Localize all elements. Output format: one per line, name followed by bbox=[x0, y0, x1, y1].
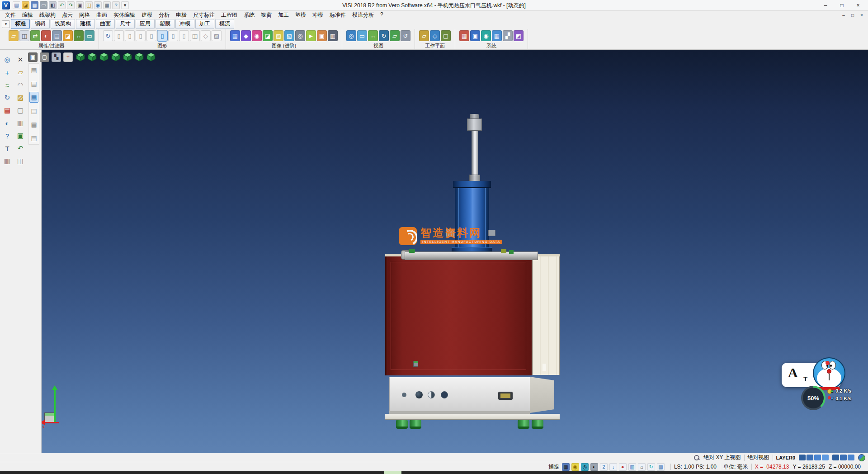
layer-color-chip[interactable] bbox=[807, 455, 813, 460]
menu-item[interactable]: 模流分析 bbox=[349, 11, 377, 19]
print-icon[interactable]: ▭ bbox=[40, 1, 47, 9]
text-icon[interactable]: T bbox=[1, 143, 13, 154]
layer-color-chip[interactable] bbox=[848, 455, 854, 460]
copy-sheet-icon[interactable]: ◫ bbox=[14, 156, 26, 166]
system-grid-icon[interactable]: ▦ bbox=[492, 30, 502, 41]
tab-mould[interactable]: 塑膜 bbox=[156, 19, 175, 29]
3d-viewport[interactable]: 智造资料网 INTELLIGENT MANUFACTURING DATA x A… bbox=[42, 50, 868, 453]
undo-icon[interactable]: ↶ bbox=[58, 1, 66, 9]
ghost-icon[interactable]: ▯ bbox=[179, 30, 189, 41]
rotate-icon[interactable]: ↻ bbox=[1, 92, 13, 103]
layer-color-chip[interactable] bbox=[814, 455, 821, 460]
solid-shaded-icon[interactable]: ▯ bbox=[157, 30, 167, 41]
grid-icon[interactable]: ▦ bbox=[103, 1, 111, 9]
filter-extra-icon[interactable]: ▤ bbox=[29, 133, 38, 143]
sketch-icon[interactable]: ▱ bbox=[14, 67, 26, 78]
save-status-icon[interactable]: ▦ bbox=[562, 463, 570, 471]
menu-item[interactable]: 系统 bbox=[241, 11, 258, 19]
menu-item[interactable]: 塑模 bbox=[292, 11, 309, 19]
filter-color-icon[interactable]: ◐ bbox=[41, 30, 51, 41]
menu-item[interactable]: 电极 bbox=[173, 11, 190, 19]
menu-item[interactable]: 网格 bbox=[76, 11, 93, 19]
menu-item[interactable]: 工程图 bbox=[218, 11, 241, 19]
sheet-icon[interactable]: ▢ bbox=[14, 105, 26, 116]
light-icon[interactable]: ◉ bbox=[571, 463, 579, 471]
new-file-icon[interactable]: ▤ bbox=[13, 1, 20, 9]
axis-toggle-icon[interactable]: + bbox=[63, 52, 73, 62]
render-texture-icon[interactable]: ▨ bbox=[274, 30, 283, 41]
layer-color-chip[interactable] bbox=[840, 455, 847, 460]
filter-solid-icon[interactable]: ▤ bbox=[29, 92, 38, 103]
tabbar-dropdown-icon[interactable]: ▾ bbox=[2, 20, 10, 28]
section-view-icon[interactable]: ◫ bbox=[190, 30, 200, 41]
render-settings-icon[interactable]: ▥ bbox=[328, 30, 338, 41]
arc-icon[interactable]: ◠ bbox=[14, 80, 26, 90]
qat-more-icon[interactable]: ▾ bbox=[121, 1, 129, 9]
zoom-all-icon[interactable]: ◎ bbox=[346, 30, 356, 41]
tab-machining[interactable]: 加工 bbox=[195, 19, 214, 29]
close-button[interactable]: × bbox=[850, 0, 866, 10]
workplane-xy-icon[interactable]: ▱ bbox=[419, 30, 429, 41]
zoom-select-icon[interactable]: ◎ bbox=[1, 54, 13, 65]
redo-icon[interactable]: ↷ bbox=[67, 1, 75, 9]
menu-item[interactable]: 编辑 bbox=[19, 11, 36, 19]
layers-icon[interactable]: ▤ bbox=[1, 105, 13, 116]
hatch-icon[interactable]: ▨ bbox=[14, 92, 26, 103]
record-icon[interactable]: ● bbox=[619, 463, 627, 471]
hidden-line-icon[interactable]: ▯ bbox=[125, 30, 135, 41]
maximize-button[interactable]: □ bbox=[834, 0, 850, 10]
tab-wireframe[interactable]: 线架构 bbox=[51, 19, 75, 29]
wireframe-icon[interactable]: ▯ bbox=[114, 30, 124, 41]
shaded-edges-icon[interactable]: ▯ bbox=[146, 30, 156, 41]
filter-type-icon[interactable]: ⇄ bbox=[30, 30, 40, 41]
mdi-restore-button[interactable]: □ bbox=[848, 13, 857, 18]
view-left-icon[interactable] bbox=[110, 52, 121, 62]
view-bottom-icon[interactable] bbox=[146, 52, 156, 62]
menu-item[interactable]: 文件 bbox=[2, 11, 19, 19]
delete-icon[interactable]: ✕ bbox=[14, 54, 26, 65]
filter-folder-icon[interactable]: ◪ bbox=[63, 30, 73, 41]
home-icon[interactable]: ⌂ bbox=[638, 463, 646, 471]
menu-item[interactable]: 曲面 bbox=[93, 11, 110, 19]
move-icon[interactable]: + bbox=[1, 67, 13, 78]
help-icon[interactable]: ? bbox=[112, 1, 120, 9]
shaded-icon[interactable]: ▯ bbox=[136, 30, 146, 41]
layer-manager-icon[interactable]: ▦ bbox=[459, 30, 469, 41]
render-scene-icon[interactable]: ▦ bbox=[230, 30, 240, 41]
measure-icon[interactable]: ▱ bbox=[390, 30, 400, 41]
paste-icon[interactable]: ◫ bbox=[85, 1, 93, 9]
render-shadow-icon[interactable]: ◪ bbox=[263, 30, 273, 41]
tab-dimension[interactable]: 尺寸 bbox=[116, 19, 135, 29]
preview-icon[interactable]: ◉ bbox=[94, 1, 102, 9]
machine-model[interactable] bbox=[42, 50, 868, 453]
mdi-close-button[interactable]: × bbox=[857, 13, 866, 18]
shade-mode-icon[interactable]: ▚ bbox=[52, 52, 61, 62]
filter-layer-icon[interactable]: ▤ bbox=[52, 30, 62, 41]
menu-item[interactable]: 尺寸标注 bbox=[190, 11, 218, 19]
tab-standard[interactable]: 标准 bbox=[11, 19, 30, 29]
snap-label[interactable]: 捕捉 bbox=[548, 463, 559, 471]
menu-item[interactable]: 线架构 bbox=[36, 11, 59, 19]
layer-color-chip[interactable] bbox=[799, 455, 806, 460]
stack-icon[interactable]: ▥ bbox=[14, 118, 26, 128]
layer-color-chip[interactable] bbox=[832, 455, 839, 460]
filter-all-icon[interactable]: ▤ bbox=[29, 65, 38, 76]
perspective-icon[interactable]: ◇ bbox=[201, 30, 211, 41]
tab-modeling[interactable]: 建模 bbox=[76, 19, 95, 29]
menu-item[interactable]: 点云 bbox=[59, 11, 76, 19]
translucent-icon[interactable]: ▯ bbox=[168, 30, 178, 41]
tab-surface[interactable]: 曲面 bbox=[96, 19, 115, 29]
workplane-entity-icon[interactable]: ▢ bbox=[441, 30, 451, 41]
render-light-icon[interactable]: ◉ bbox=[252, 30, 262, 41]
chart-icon[interactable]: ▥ bbox=[628, 463, 636, 471]
menu-item[interactable]: 实体编辑 bbox=[110, 11, 138, 19]
mdi-minimize-button[interactable]: – bbox=[839, 13, 848, 18]
box-icon[interactable]: ▣ bbox=[14, 130, 26, 141]
menu-item[interactable]: 加工 bbox=[275, 11, 292, 19]
menu-item[interactable]: ? bbox=[377, 11, 387, 19]
system-display-icon[interactable]: ▣ bbox=[470, 30, 480, 41]
system-cad-link-icon[interactable]: ◩ bbox=[514, 30, 524, 41]
view-mode-label[interactable]: 绝对视图 bbox=[748, 454, 769, 461]
tab-die[interactable]: 冲模 bbox=[175, 19, 194, 29]
view-iso-icon[interactable] bbox=[75, 52, 86, 62]
